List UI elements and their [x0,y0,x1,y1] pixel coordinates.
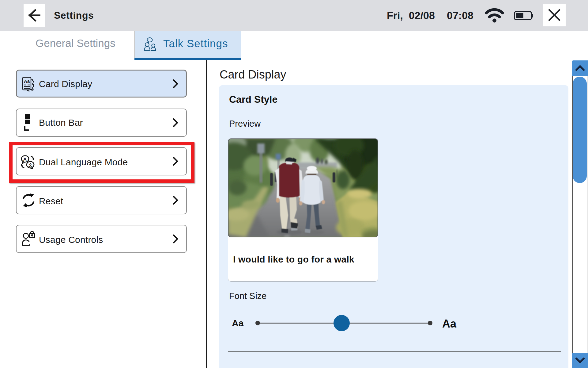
svg-text:A: A [23,156,27,162]
svg-text:文: 文 [28,163,33,167]
svg-text:Aa: Aa [24,79,30,84]
